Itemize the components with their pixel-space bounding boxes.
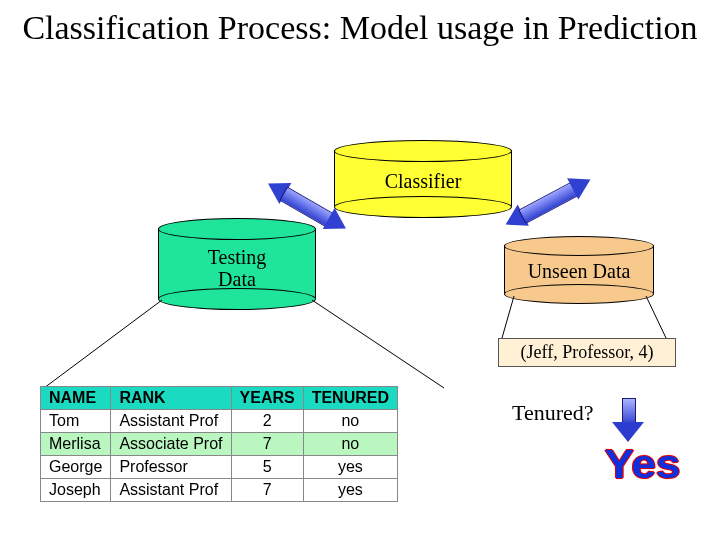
- svg-line-1: [312, 300, 444, 388]
- classifier-node: Classifier: [334, 140, 512, 216]
- col-name: NAME: [41, 387, 111, 410]
- testing-data-label: Testing Data: [158, 246, 316, 290]
- arrow-down-to-answer: [614, 398, 642, 442]
- table-cell: 7: [231, 433, 303, 456]
- table-cell: Assistant Prof: [111, 410, 231, 433]
- table-row: JosephAssistant Prof7yes: [41, 479, 398, 502]
- table-row: MerlisaAssociate Prof7no: [41, 433, 398, 456]
- unseen-data-label: Unseen Data: [504, 260, 654, 282]
- table-row: TomAssistant Prof2no: [41, 410, 398, 433]
- testing-data-table: NAME RANK YEARS TENURED TomAssistant Pro…: [40, 386, 398, 502]
- unseen-data-node: Unseen Data: [504, 236, 654, 302]
- table-cell: yes: [303, 456, 397, 479]
- testing-data-node: Testing Data: [158, 218, 316, 308]
- answer-text: Yes: [605, 442, 681, 487]
- table-cell: Associate Prof: [111, 433, 231, 456]
- svg-line-0: [44, 300, 162, 388]
- svg-line-2: [502, 296, 514, 338]
- example-tuple: (Jeff, Professor, 4): [498, 338, 676, 367]
- slide-title: Classification Process: Model usage in P…: [0, 8, 720, 47]
- table-cell: 5: [231, 456, 303, 479]
- table-cell: Professor: [111, 456, 231, 479]
- table-header-row: NAME RANK YEARS TENURED: [41, 387, 398, 410]
- classifier-label: Classifier: [334, 170, 512, 192]
- table-cell: Joseph: [41, 479, 111, 502]
- table-cell: 2: [231, 410, 303, 433]
- table-cell: yes: [303, 479, 397, 502]
- col-years: YEARS: [231, 387, 303, 410]
- table-cell: Merlisa: [41, 433, 111, 456]
- table-cell: Tom: [41, 410, 111, 433]
- question-text: Tenured?: [512, 400, 594, 426]
- svg-line-3: [646, 296, 666, 338]
- col-tenured: TENURED: [303, 387, 397, 410]
- table-cell: no: [303, 433, 397, 456]
- table-cell: Assistant Prof: [111, 479, 231, 502]
- col-rank: RANK: [111, 387, 231, 410]
- table-cell: George: [41, 456, 111, 479]
- table-cell: 7: [231, 479, 303, 502]
- table-cell: no: [303, 410, 397, 433]
- table-row: GeorgeProfessor5yes: [41, 456, 398, 479]
